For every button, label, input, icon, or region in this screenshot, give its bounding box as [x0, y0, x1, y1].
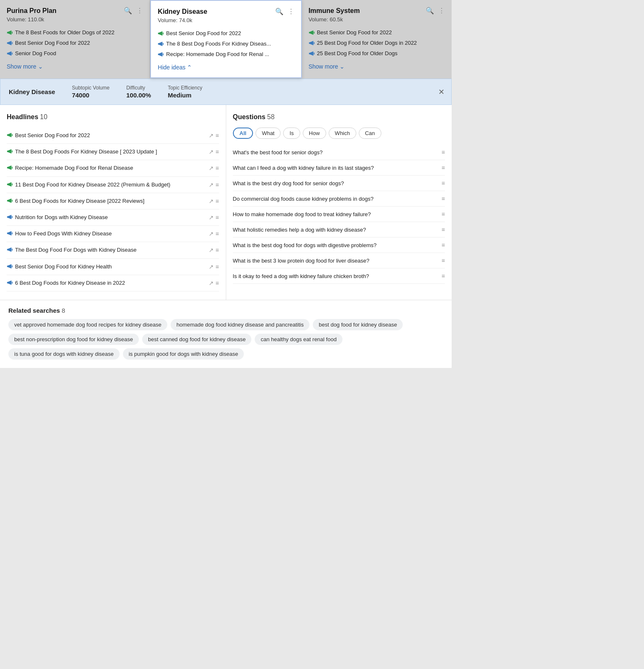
related-tag[interactable]: is pumpkin good for dogs with kidney dis…: [123, 348, 244, 360]
filter-tab-is[interactable]: Is: [283, 128, 300, 139]
headlines-heading: Headlines10: [7, 113, 219, 121]
headline-actions: ↗ ≡: [209, 230, 219, 237]
add-question-icon[interactable]: ≡: [442, 211, 445, 217]
filter-tab-how[interactable]: How: [303, 128, 326, 139]
add-to-list-icon[interactable]: ≡: [215, 230, 219, 237]
megaphone-icon: [309, 51, 314, 56]
external-link-icon[interactable]: ↗: [209, 263, 214, 270]
question-text: What is the best dry dog food for senior…: [233, 180, 438, 186]
headline-left: Nutrition for Dogs with Kidney Disease: [7, 214, 205, 221]
headline-text: Best Senior Dog Food for 2022: [15, 132, 90, 139]
add-to-list-icon[interactable]: ≡: [215, 198, 219, 204]
show-more-purina[interactable]: Show more ⌄: [7, 63, 143, 70]
related-tag[interactable]: homemade dog food kidney disease and pan…: [171, 319, 309, 330]
related-tag[interactable]: can healthy dogs eat renal food: [255, 334, 342, 345]
card-immune-title: Immune System: [309, 7, 360, 15]
related-tag[interactable]: best non-prescription dog food for kidne…: [8, 334, 139, 345]
filter-tab-can[interactable]: Can: [359, 128, 381, 139]
add-question-icon[interactable]: ≡: [442, 257, 445, 264]
main-content: Headlines10 Best Senior Dog Food for 202…: [0, 105, 452, 300]
add-to-list-icon[interactable]: ≡: [215, 132, 219, 139]
add-question-icon[interactable]: ≡: [442, 164, 445, 171]
external-link-icon[interactable]: ↗: [209, 165, 214, 171]
external-link-icon[interactable]: ↗: [209, 132, 214, 139]
headline-left: Recipe: Homemade Dog Food for Renal Dise…: [7, 164, 205, 172]
add-to-list-icon[interactable]: ≡: [215, 247, 219, 253]
headline-left: 6 Best Dog Foods for Kidney Disease in 2…: [7, 279, 205, 287]
more-icon-immune[interactable]: ⋮: [438, 7, 445, 15]
card-kidney-ideas: Best Senior Dog Food for 2022 The 8 Best…: [158, 30, 294, 57]
card-purina-ideas: The 8 Best Foods for Older Dogs of 2022 …: [7, 29, 143, 56]
external-link-icon[interactable]: ↗: [209, 148, 214, 155]
headline-text: 6 Best Dog Foods for Kidney Disease in 2…: [15, 279, 125, 287]
add-question-icon[interactable]: ≡: [442, 226, 445, 233]
add-question-icon[interactable]: ≡: [442, 180, 445, 186]
question-text: Do commercial dog foods cause kidney pro…: [233, 196, 438, 202]
filter-tab-which[interactable]: Which: [329, 128, 356, 139]
external-link-icon[interactable]: ↗: [209, 230, 214, 237]
more-icon-kidney[interactable]: ⋮: [288, 8, 294, 15]
card-immune-volume: Volume: 60.5k: [309, 16, 445, 23]
difficulty-label: Difficulty: [126, 85, 151, 91]
search-icon-purina[interactable]: 🔍: [124, 7, 132, 15]
add-to-list-icon[interactable]: ≡: [215, 165, 219, 171]
megaphone-icon: [7, 230, 13, 236]
list-item: The 8 Best Dog Foods For Kidney Diseas..…: [158, 41, 294, 47]
headline-text: 6 Best Dog Foods for Kidney Disease [202…: [15, 197, 144, 205]
external-link-icon[interactable]: ↗: [209, 280, 214, 286]
external-link-icon[interactable]: ↗: [209, 214, 214, 221]
related-tag[interactable]: vet approved homemade dog food recipes f…: [8, 319, 167, 330]
megaphone-icon: [7, 148, 13, 154]
headline-item: The Best Dog Food For Dogs with Kidney D…: [7, 242, 219, 258]
add-question-icon[interactable]: ≡: [442, 242, 445, 248]
search-icon-immune[interactable]: 🔍: [426, 7, 434, 15]
filter-tab-all[interactable]: All: [233, 128, 253, 139]
headline-text: Best Senior Dog Food for Kidney Health: [15, 263, 112, 271]
card-kidney: Kidney Disease 🔍 ⋮ Volume: 74.0k Best Se…: [150, 0, 302, 78]
headline-actions: ↗ ≡: [209, 263, 219, 270]
card-purina-volume: Volume: 110.0k: [7, 16, 143, 23]
card-kidney-header: Kidney Disease 🔍 ⋮: [158, 8, 294, 15]
show-more-immune[interactable]: Show more ⌄: [309, 63, 445, 70]
related-tag[interactable]: best canned dog food for kidney disease: [142, 334, 251, 345]
question-text: What holistic remedies help a dog with k…: [233, 227, 438, 233]
filter-tab-what[interactable]: What: [256, 128, 281, 139]
related-tags: vet approved homemade dog food recipes f…: [8, 319, 443, 360]
headline-left: How to Feed Dogs With Kidney Disease: [7, 230, 205, 237]
add-to-list-icon[interactable]: ≡: [215, 214, 219, 221]
external-link-icon[interactable]: ↗: [209, 247, 214, 253]
add-question-icon[interactable]: ≡: [442, 195, 445, 202]
difficulty-value: 100.00%: [126, 92, 151, 99]
related-tag[interactable]: is tuna good for dogs with kidney diseas…: [8, 348, 120, 360]
add-to-list-icon[interactable]: ≡: [215, 280, 219, 286]
list-item: Recipe: Homemade Dog Food for Renal ...: [158, 51, 294, 57]
more-icon-purina[interactable]: ⋮: [136, 7, 143, 15]
headline-actions: ↗ ≡: [209, 280, 219, 286]
megaphone-icon: [158, 41, 164, 47]
add-to-list-icon[interactable]: ≡: [215, 148, 219, 155]
headline-item: Best Senior Dog Food for Kidney Health ↗…: [7, 259, 219, 275]
headline-text: How to Feed Dogs With Kidney Disease: [15, 230, 112, 237]
add-question-icon[interactable]: ≡: [442, 273, 445, 279]
hide-ideas-kidney[interactable]: Hide ideas ⌃: [158, 64, 294, 71]
headline-actions: ↗ ≡: [209, 132, 219, 139]
headline-actions: ↗ ≡: [209, 165, 219, 171]
add-to-list-icon[interactable]: ≡: [215, 181, 219, 188]
headline-left: The Best Dog Food For Dogs with Kidney D…: [7, 246, 205, 254]
search-icon-kidney[interactable]: 🔍: [275, 8, 284, 15]
headline-actions: ↗ ≡: [209, 148, 219, 155]
close-icon[interactable]: ✕: [438, 87, 445, 97]
add-to-list-icon[interactable]: ≡: [215, 263, 219, 270]
external-link-icon[interactable]: ↗: [209, 181, 214, 188]
subtopic-volume-label: Subtopic Volume: [72, 85, 110, 91]
related-tag[interactable]: best dog food for kidney disease: [313, 319, 403, 330]
external-link-icon[interactable]: ↗: [209, 198, 214, 204]
add-question-icon[interactable]: ≡: [442, 149, 445, 156]
question-item: What can I feed a dog with kidney failur…: [233, 160, 445, 176]
headline-text: The Best Dog Food For Dogs with Kidney D…: [15, 246, 136, 254]
card-purina-header: Purina Pro Plan 🔍 ⋮: [7, 7, 143, 15]
headline-item: Nutrition for Dogs with Kidney Disease ↗…: [7, 209, 219, 226]
megaphone-icon: [7, 198, 13, 204]
card-immune: Immune System 🔍 ⋮ Volume: 60.5k Best Sen…: [302, 0, 452, 78]
question-text: Is it okay to feed a dog with kidney fai…: [233, 273, 438, 279]
